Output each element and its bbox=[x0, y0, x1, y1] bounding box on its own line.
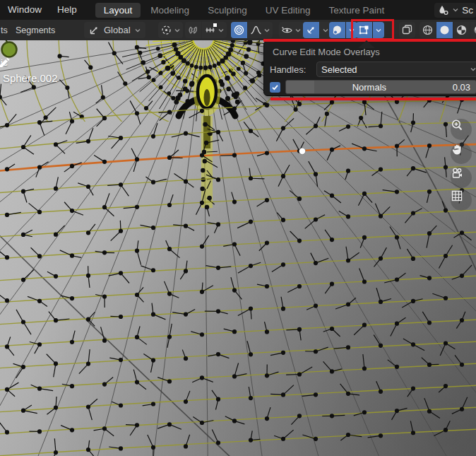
visibility-eye-icon bbox=[281, 24, 293, 36]
handles-select[interactable]: Selected bbox=[316, 62, 476, 77]
object-visibility-dropdown[interactable] bbox=[279, 22, 304, 38]
popover-title: Curve Edit Mode Overlays bbox=[273, 47, 476, 57]
show-overlays-toggle[interactable] bbox=[329, 22, 345, 38]
xray-toggle[interactable] bbox=[399, 22, 415, 38]
shading-wireframe-button[interactable] bbox=[420, 22, 436, 38]
xray-icon bbox=[401, 24, 413, 36]
proportional-editing-toggle[interactable] bbox=[231, 22, 247, 38]
tab-texture-paint[interactable]: Texture Paint bbox=[320, 3, 393, 18]
object-name: Sphere.002 bbox=[3, 72, 58, 84]
grid-icon bbox=[451, 189, 463, 202]
chevron-down-icon bbox=[294, 28, 302, 33]
check-icon bbox=[271, 83, 279, 91]
shading-material-button[interactable] bbox=[453, 22, 470, 38]
blender-window: { "topbar": { "menus": ["Window", "Help"… bbox=[0, 0, 476, 456]
camera-icon bbox=[451, 167, 464, 180]
zoom-button[interactable] bbox=[451, 119, 472, 140]
magnet-icon bbox=[187, 24, 199, 36]
scene-name-fragment: Sc bbox=[462, 5, 473, 16]
annotation-red-line-bottom bbox=[270, 98, 476, 100]
chevron-down-icon bbox=[174, 28, 181, 33]
shading-material-icon bbox=[456, 24, 468, 36]
curve-edit-overlays-popover: Curve Edit Mode Overlays Handles: Select… bbox=[263, 40, 476, 96]
scene-icon bbox=[437, 4, 449, 16]
normals-slider[interactable]: Normals 0.03 bbox=[285, 80, 476, 94]
tab-uv-editing[interactable]: UV Editing bbox=[257, 3, 319, 18]
popover-notch bbox=[358, 40, 375, 48]
handles-selected-value: Selected bbox=[321, 64, 470, 75]
snap-settings-dropdown[interactable] bbox=[202, 22, 227, 38]
menu-control-points-fragment[interactable]: ts bbox=[1, 25, 8, 35]
normals-slider-value: 0.03 bbox=[453, 82, 476, 93]
shading-solid-icon bbox=[439, 24, 451, 36]
normals-checkbox[interactable] bbox=[270, 82, 280, 93]
chevron-down-icon bbox=[322, 28, 329, 33]
tab-sculpting[interactable]: Sculpting bbox=[199, 3, 256, 18]
gizmo-arrow-icon bbox=[305, 24, 317, 36]
scene-selector[interactable]: Sc bbox=[434, 3, 476, 18]
shading-solid-button[interactable] bbox=[436, 22, 453, 38]
falloff-curve-icon bbox=[250, 24, 262, 36]
proportional-falloff-dropdown[interactable] bbox=[248, 22, 273, 38]
snap-active-dot bbox=[213, 23, 217, 27]
topbar: Window Help Layout Modeling Sculpting UV… bbox=[0, 0, 476, 20]
menu-help[interactable]: Help bbox=[49, 0, 85, 20]
orientation-label: Global bbox=[104, 25, 131, 35]
tab-layout[interactable]: Layout bbox=[95, 3, 141, 18]
menu-window[interactable]: Window bbox=[0, 0, 49, 20]
orthographic-toggle-button[interactable] bbox=[451, 189, 472, 211]
camera-view-button[interactable] bbox=[451, 167, 472, 188]
pivot-point-dropdown[interactable] bbox=[158, 22, 183, 38]
axis-gizmo-ball[interactable] bbox=[0, 40, 25, 65]
shading-rendered-button[interactable] bbox=[470, 22, 476, 38]
tab-modeling[interactable]: Modeling bbox=[142, 3, 198, 18]
zoom-icon bbox=[451, 119, 463, 131]
overlays-icon bbox=[331, 24, 343, 36]
pivot-point-icon bbox=[160, 24, 172, 36]
chevron-down-icon bbox=[470, 66, 476, 72]
shading-rendered-icon bbox=[472, 24, 476, 36]
transform-orientation-dropdown[interactable]: Global bbox=[84, 22, 145, 38]
handles-label: Handles: bbox=[270, 64, 316, 75]
shading-wireframe-icon bbox=[422, 24, 434, 36]
workspace-tabs: Layout Modeling Sculpting UV Editing Tex… bbox=[95, 3, 393, 18]
viewport-header: ts Segments Global bbox=[0, 20, 476, 40]
pan-button[interactable] bbox=[451, 143, 472, 164]
normals-slider-label: Normals bbox=[286, 82, 453, 93]
chevron-down-icon bbox=[218, 28, 225, 33]
chevron-down-icon bbox=[134, 28, 141, 33]
chevron-down-icon bbox=[452, 7, 459, 13]
show-gizmo-toggle[interactable] bbox=[303, 22, 319, 38]
global-orientation-icon bbox=[88, 24, 100, 36]
chevron-down-icon bbox=[263, 28, 270, 33]
snap-toggle-button[interactable] bbox=[185, 22, 201, 38]
annotation-red-rectangle bbox=[351, 19, 394, 40]
menu-segments[interactable]: Segments bbox=[16, 25, 55, 35]
hand-icon bbox=[451, 143, 464, 156]
proportional-editing-icon bbox=[233, 24, 245, 36]
viewport-canvas[interactable]: ic | Sphere.002 bbox=[0, 40, 476, 456]
